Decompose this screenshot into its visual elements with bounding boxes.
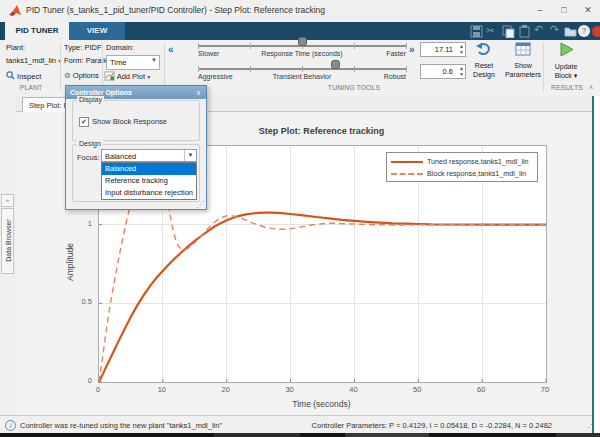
section-tuning-tools: TUNING TOOLS — [166, 84, 542, 91]
legend-label: Tuned response,tanks1_mdl_lin — [427, 157, 529, 166]
transient-behavior-slider-labels: Aggressive Transient Behavior Robust — [198, 73, 406, 81]
close-button[interactable]: ✕ — [576, 0, 600, 21]
legend-line-sample — [391, 161, 423, 163]
gear-icon: ⚙ — [64, 71, 71, 80]
chevron-down-icon: ▾ — [147, 74, 150, 80]
focus-option[interactable]: Input disturbance rejection — [102, 187, 196, 199]
help-icon[interactable]: ? — [578, 25, 590, 37]
folder-icon[interactable] — [564, 25, 577, 38]
legend[interactable]: Tuned response,tanks1_mdl_linBlock respo… — [386, 152, 538, 182]
y-tick-label: 0.5 — [16, 297, 92, 306]
add-plot-button[interactable]: Add Plot ▾ — [104, 71, 150, 81]
domain-label: Domain: — [106, 43, 134, 52]
x-tick-label: 10 — [147, 385, 177, 394]
expand-data-browser-button[interactable]: » — [1, 194, 14, 207]
controller-options-dialog[interactable]: Controller Options x Display ✔ Show Bloc… — [65, 85, 207, 210]
slider-tick — [198, 43, 199, 49]
plant-dropdown[interactable]: tanks1_mdl_lin ▾ — [6, 56, 61, 65]
matlab-app-icon — [8, 4, 22, 18]
status-message: Controller was re-tuned using the new pl… — [20, 421, 222, 430]
divider — [60, 43, 61, 91]
dialog-resize-grip[interactable]: ⋰ — [196, 200, 204, 209]
expand-sliders-button[interactable]: » — [409, 44, 415, 55]
chevron-down-icon: ▼ — [151, 57, 157, 63]
x-tick-label: 0 — [83, 385, 113, 394]
spinner-value: 0.6 — [443, 67, 453, 76]
inspect-button[interactable]: Inspect — [6, 71, 41, 81]
options-button[interactable]: ⚙ Options — [64, 71, 99, 80]
x-tick-label: 40 — [338, 385, 368, 394]
focus-label: Focus: — [77, 153, 100, 162]
slider-label-center: Response Time (seconds) — [198, 50, 406, 57]
domain-combo[interactable]: Time ▼ — [106, 55, 160, 70]
slider-tick — [354, 43, 355, 49]
legend-line-sample — [391, 173, 423, 175]
slider-tick — [250, 43, 251, 49]
slider-track[interactable] — [198, 68, 406, 70]
legend-entry: Tuned response,tanks1_mdl_lin — [391, 155, 537, 167]
y-tick-label: 0 — [16, 376, 92, 385]
controller-type: Type: PIDF — [64, 43, 102, 52]
tab-view[interactable]: VIEW — [69, 22, 125, 40]
title-bar: PID Tuner (s_tanks_1_pid_tuner/PID Contr… — [0, 0, 600, 23]
focus-combobox[interactable]: Balanced ▼ — [101, 149, 197, 162]
transient-spinner[interactable]: 0.6 ▲▼ — [420, 64, 466, 79]
paste-icon[interactable] — [518, 25, 531, 38]
y-axis-label: Amplitude — [65, 217, 75, 307]
data-browser-tab[interactable]: Data Browser — [1, 208, 14, 274]
update-play-icon — [559, 42, 574, 57]
add-plot-icon — [104, 71, 115, 81]
slider-label-right: Faster — [386, 50, 406, 57]
info-icon: i — [5, 420, 16, 431]
slider-tick — [406, 66, 407, 72]
focus-value: Balanced — [105, 152, 136, 161]
section-plant: PLANT — [6, 84, 56, 91]
slider-tick — [354, 66, 355, 72]
cut-icon[interactable]: ✂ — [486, 25, 499, 38]
y-tick-label: 1 — [16, 219, 92, 228]
dialog-close-icon[interactable]: x — [193, 86, 204, 99]
legend-entry: Block response,tanks1_mdl_lin — [391, 167, 537, 179]
slider-tick — [302, 66, 303, 72]
reset-undo-icon — [476, 42, 492, 56]
undo-icon[interactable]: ↶ — [534, 23, 547, 36]
x-tick-label: 50 — [402, 385, 432, 394]
slider-handle[interactable] — [331, 60, 340, 69]
taskbar-sliver — [0, 433, 600, 437]
window-title: PID Tuner (s_tanks_1_pid_tuner/PID Contr… — [26, 5, 325, 15]
status-bar: i Controller was re-tuned using the new … — [0, 415, 600, 433]
show-block-response-checkbox[interactable]: ✔ — [79, 117, 89, 127]
mathworks-icon[interactable] — [592, 26, 600, 37]
parameters-table-icon — [515, 42, 531, 56]
x-tick-label: 70 — [530, 385, 560, 394]
x-tick-label: 30 — [275, 385, 305, 394]
slider-tick — [250, 66, 251, 72]
minimize-button[interactable]: – — [528, 0, 552, 21]
x-tick-label: 60 — [466, 385, 496, 394]
minimize-ribbon-icon[interactable]: ˄ — [589, 84, 593, 91]
section-results: RESULTS — [545, 84, 589, 91]
x-tick-label: 20 — [211, 385, 241, 394]
tab-pid-tuner[interactable]: PID TUNER — [5, 22, 69, 40]
divider — [164, 43, 165, 91]
collapse-sliders-button[interactable]: « — [168, 44, 174, 55]
focus-dropdown-list[interactable]: BalancedReference trackingInput disturba… — [101, 162, 197, 200]
divider — [543, 43, 544, 91]
chevron-down-icon[interactable]: ▼ — [184, 150, 196, 161]
show-block-response-label[interactable]: Show Block Response — [92, 117, 167, 126]
save-icon[interactable] — [470, 25, 483, 38]
display-group-label: Display — [77, 96, 104, 103]
pid-tuner-window: PID Tuner (s_tanks_1_pid_tuner/PID Contr… — [0, 0, 600, 437]
redo-icon[interactable]: ↷ — [550, 23, 563, 36]
slider-handle[interactable] — [298, 37, 307, 46]
slider-label-right: Robust — [384, 73, 406, 80]
copy-icon[interactable] — [502, 25, 515, 38]
response-time-spinner[interactable]: 17.11 ▲▼ — [420, 42, 466, 57]
focus-option[interactable]: Balanced — [102, 163, 196, 175]
divider — [102, 43, 103, 91]
maximize-button[interactable]: □ — [552, 0, 576, 21]
x-axis-label: Time (seconds) — [98, 399, 545, 409]
focus-option[interactable]: Reference tracking — [102, 175, 196, 187]
design-group-label: Design — [77, 140, 103, 147]
magnifier-icon — [6, 71, 15, 80]
